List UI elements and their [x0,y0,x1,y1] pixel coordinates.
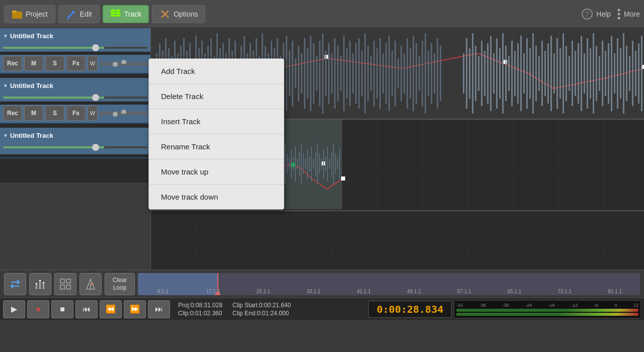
track3-bottom-line [0,154,150,157]
svg-point-15 [618,9,620,11]
move-track-down-item[interactable]: Move track down [149,185,284,209]
svg-rect-170 [623,33,624,114]
track1-w-button[interactable]: W [88,56,98,71]
back-icon: ⏪ [106,304,116,314]
track3-volume-slider[interactable] [3,146,147,148]
meter-content: -42 -36 -30 -24 -18 -12 -6 0 12 [456,303,638,316]
track1-m-button[interactable]: M [24,56,43,71]
svg-rect-261 [295,146,296,182]
track2-aux-slider[interactable] [100,114,147,115]
forward-button[interactable]: ⏩ [124,300,146,318]
track2-s-button[interactable]: S [45,106,64,121]
stop-button[interactable]: ■ [51,300,73,318]
track1-s-button[interactable]: S [45,56,64,71]
svg-rect-103 [400,46,402,101]
svg-rect-136 [520,36,522,111]
clear-loop-button[interactable]: Clear Loop [105,273,135,295]
track3-title: Untitled Track [10,132,53,139]
project-label: Project [26,10,48,18]
svg-rect-99 [388,36,390,111]
svg-rect-188 [342,119,644,209]
options-icon [159,9,171,20]
track2-arrow: ▼ [3,83,8,89]
track1-title: Untitled Track [10,32,53,40]
svg-rect-80 [331,53,333,94]
add-track-item[interactable]: Add Track [149,59,284,84]
svg-rect-311 [60,279,64,283]
more-button[interactable]: More [617,8,640,20]
insert-track-item[interactable]: Insert Track [149,109,284,134]
track-panel-footer [0,158,150,183]
svg-rect-271 [315,151,316,177]
track-label: Track [124,10,141,18]
svg-rect-127 [493,53,495,94]
help-button[interactable]: ? Help [581,8,611,20]
back-button[interactable]: ⏪ [100,300,122,318]
svg-rect-156 [581,36,582,111]
tick-4: 33.1.1 [288,289,339,294]
track2-volume-slider[interactable] [3,97,147,99]
more-label: More [624,10,640,18]
main-area: ▼ Untitled Track Rec M S Fx W [0,28,644,270]
metronome-button[interactable] [79,273,102,295]
track-2: ▼ Untitled Track Rec M S Fx W [0,78,150,124]
play-button[interactable]: ▶ [3,300,25,318]
record-button[interactable]: ● [27,300,49,318]
svg-rect-151 [566,46,567,101]
svg-rect-126 [490,36,492,111]
svg-rect-66 [289,51,290,96]
svg-rect-134 [514,51,516,96]
svg-rect-117 [463,53,464,94]
svg-rect-167 [614,53,615,94]
svg-rect-95 [376,48,378,99]
mixer-button[interactable] [29,273,51,295]
track-button[interactable]: Track [103,5,149,23]
tracks-panel: ▼ Untitled Track Rec M S Fx W [0,28,151,270]
svg-rect-77 [322,33,324,114]
svg-rect-142 [538,56,540,91]
loop-button[interactable] [4,273,26,295]
svg-rect-276 [325,156,326,171]
insert-track-label: Insert Track [161,117,200,126]
svg-rect-8 [116,10,120,12]
more-dots-icon [617,8,621,20]
svg-rect-168 [617,38,618,109]
svg-rect-105 [407,38,408,109]
svg-rect-306 [36,283,37,285]
svg-rect-162 [599,56,600,91]
add-track-label: Add Track [161,67,195,75]
track1-rec-button[interactable]: Rec [3,56,22,71]
end-button[interactable]: ⏭ [148,300,170,318]
project-button[interactable]: Project [4,5,55,23]
track1-aux-slider[interactable] [100,64,147,65]
rewind-button[interactable]: ⏮ [75,300,98,318]
move-track-up-item[interactable]: Move track up [149,159,284,185]
timeline-area[interactable]: 9.1.1 17.1.1 25.1.1 33.1.1 41.1.1 49.1.1… [138,273,640,295]
rename-track-item[interactable]: Rename Track [149,134,284,159]
track2-rec-button[interactable]: Rec [3,106,22,121]
rewind-icon: ⏮ [83,305,91,314]
track2-w-button[interactable]: W [88,106,98,121]
svg-rect-101 [394,41,396,106]
grid-button[interactable] [54,273,76,295]
svg-rect-104 [404,53,405,94]
track1-volume-slider[interactable] [3,47,147,49]
edit-button[interactable]: Edit [58,5,100,23]
track1-fx-button[interactable]: Fx [66,56,86,71]
track2-fx-button[interactable]: Fx [66,106,86,121]
svg-rect-152 [569,56,570,91]
svg-rect-98 [385,43,387,104]
track-separator-2 [0,124,150,128]
svg-rect-121 [475,46,476,101]
track2-sub-sliders [100,112,147,115]
options-button[interactable]: Options [152,5,205,23]
track-3: ▼ Untitled Track [0,128,150,158]
svg-rect-267 [307,149,308,179]
svg-rect-264 [301,144,302,184]
delete-track-item[interactable]: Delete Track [149,84,284,109]
waveform-track3-svg [151,209,644,270]
track2-m-button[interactable]: M [24,106,43,121]
svg-rect-96 [379,38,381,109]
svg-rect-85 [346,48,348,99]
tick-3: 25.1.1 [238,289,289,294]
